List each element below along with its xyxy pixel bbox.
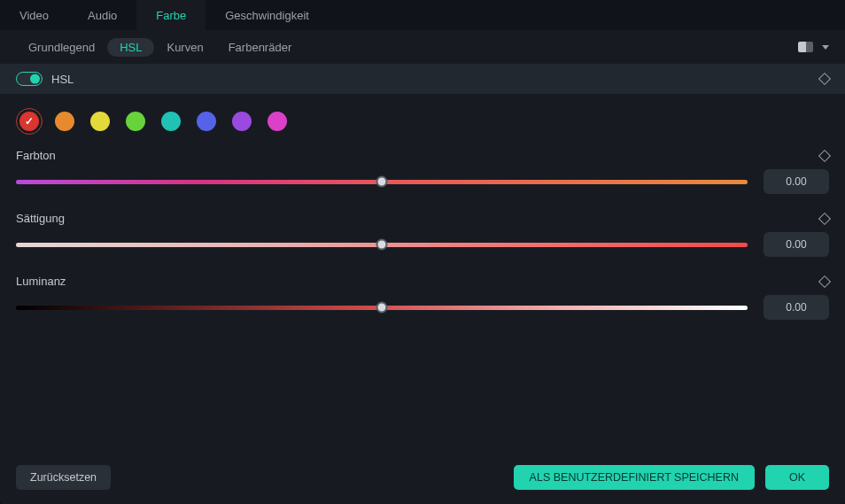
hsl-section-header: HSL xyxy=(0,64,845,94)
luminance-slider-thumb[interactable] xyxy=(376,302,388,314)
subtab-hsl[interactable]: HSL xyxy=(107,38,154,57)
luminance-value[interactable]: 0.00 xyxy=(764,295,829,320)
swatch-magenta[interactable] xyxy=(267,112,287,131)
luminance-keyframe-icon[interactable] xyxy=(818,275,831,287)
tab-audio[interactable]: Audio xyxy=(68,0,136,30)
swatch-blue[interactable] xyxy=(197,112,216,131)
hsl-body: Farbton 0.00 Sättigung 0.00 xyxy=(0,94,845,454)
saturation-label: Sättigung xyxy=(16,212,65,225)
swatch-green[interactable] xyxy=(126,112,145,131)
hsl-section-title: HSL xyxy=(51,73,74,86)
reset-button[interactable]: Zurücksetzen xyxy=(16,465,111,490)
swatch-yellow[interactable] xyxy=(90,112,110,131)
top-tabs: Video Audio Farbe Geschwindigkeit xyxy=(0,0,845,30)
luminance-label: Luminanz xyxy=(16,275,66,288)
hsl-enable-toggle[interactable] xyxy=(16,72,43,86)
subtab-curves[interactable]: Kurven xyxy=(154,37,215,58)
chevron-down-icon[interactable] xyxy=(822,45,829,50)
hue-label: Farbton xyxy=(16,149,56,162)
hue-slider-thumb[interactable] xyxy=(376,176,388,188)
saturation-slider[interactable] xyxy=(16,243,748,247)
swatch-orange[interactable] xyxy=(55,112,74,131)
luminance-group: Luminanz 0.00 xyxy=(16,275,829,320)
subtab-basic[interactable]: Grundlegend xyxy=(16,37,107,58)
footer: Zurücksetzen ALS BENUTZERDEFINIERT SPEIC… xyxy=(0,454,845,504)
hue-slider[interactable] xyxy=(16,180,748,184)
tab-speed[interactable]: Geschwindigkeit xyxy=(205,0,329,30)
saturation-group: Sättigung 0.00 xyxy=(16,212,829,257)
hue-keyframe-icon[interactable] xyxy=(818,149,831,161)
saturation-slider-thumb[interactable] xyxy=(376,239,388,251)
hue-value[interactable]: 0.00 xyxy=(764,169,829,194)
tab-color[interactable]: Farbe xyxy=(136,0,205,30)
tab-video[interactable]: Video xyxy=(0,0,68,30)
luminance-slider[interactable] xyxy=(16,306,748,310)
ok-button[interactable]: OK xyxy=(765,465,829,490)
keyframe-icon[interactable] xyxy=(818,73,831,85)
subtab-wheels[interactable]: Farbenräder xyxy=(216,37,305,58)
saturation-value[interactable]: 0.00 xyxy=(764,232,829,257)
swatch-red[interactable] xyxy=(19,112,39,131)
hue-group: Farbton 0.00 xyxy=(16,149,829,194)
compare-split-icon[interactable] xyxy=(798,42,813,52)
swatch-purple[interactable] xyxy=(232,112,252,131)
swatch-cyan[interactable] xyxy=(161,112,181,131)
saturation-keyframe-icon[interactable] xyxy=(818,212,831,224)
color-swatches-row xyxy=(16,112,829,131)
save-preset-button[interactable]: ALS BENUTZERDEFINIERT SPEICHERN xyxy=(514,465,755,490)
sub-tabs: Grundlegend HSL Kurven Farbenräder xyxy=(0,30,845,64)
